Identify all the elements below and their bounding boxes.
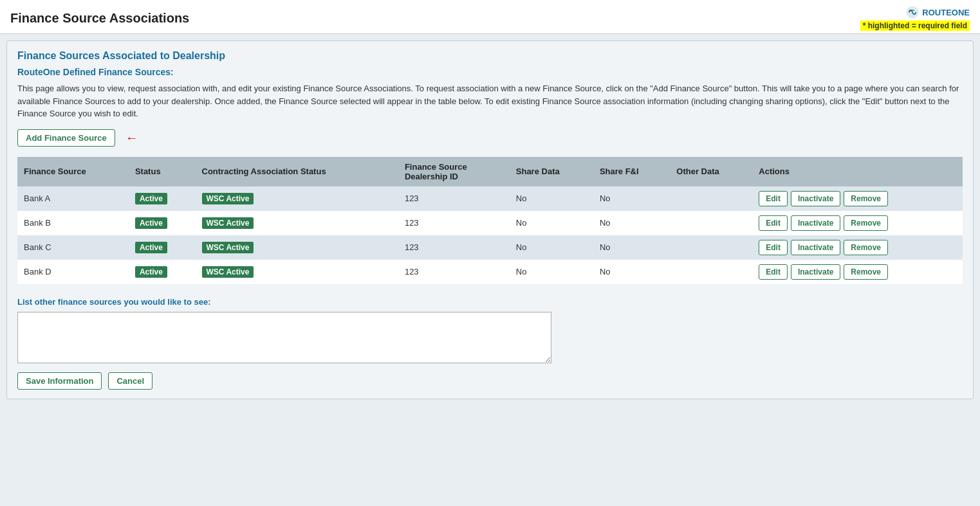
col-dealership-id: Finance SourceDealership ID bbox=[398, 157, 510, 186]
edit-button-row-2[interactable]: Edit bbox=[759, 240, 788, 255]
remove-button-row-2[interactable]: Remove bbox=[844, 240, 888, 255]
table-row: Bank B Active WSC Active 123 No No Edit … bbox=[17, 211, 963, 235]
cell-finance-source: Bank B bbox=[17, 211, 129, 235]
wsc-badge: WSC Active bbox=[202, 266, 254, 278]
cell-other-data bbox=[670, 260, 752, 284]
cell-share-data: No bbox=[510, 211, 593, 235]
cell-actions: Edit Inactivate Remove bbox=[752, 186, 963, 211]
col-share-data: Share Data bbox=[510, 157, 593, 186]
col-other-data: Other Data bbox=[670, 157, 752, 186]
remove-button-row-0[interactable]: Remove bbox=[844, 191, 888, 206]
cell-status: Active bbox=[129, 235, 196, 260]
edit-button-row-1[interactable]: Edit bbox=[759, 215, 788, 231]
cell-share-data: No bbox=[510, 260, 593, 284]
cell-status: Active bbox=[129, 186, 196, 211]
inactivate-button-row-1[interactable]: Inactivate bbox=[791, 215, 840, 231]
edit-button-row-3[interactable]: Edit bbox=[759, 264, 788, 280]
save-information-button[interactable]: Save Information bbox=[17, 372, 102, 390]
cell-other-data bbox=[670, 186, 752, 211]
cell-actions: Edit Inactivate Remove bbox=[752, 235, 963, 260]
cell-dealership-id: 123 bbox=[398, 186, 510, 211]
required-field-note: * highlighted = required field bbox=[860, 21, 970, 31]
table-row: Bank D Active WSC Active 123 No No Edit … bbox=[17, 260, 963, 284]
header-right: ROUTEONE * highlighted = required field bbox=[860, 5, 970, 31]
col-contracting-status: Contracting Association Status bbox=[196, 157, 398, 186]
description-text: This page allows you to view, request as… bbox=[17, 82, 963, 120]
status-badge: Active bbox=[135, 193, 167, 204]
cell-other-data bbox=[670, 211, 752, 235]
cell-finance-source: Bank A bbox=[17, 186, 129, 211]
cell-contracting-status: WSC Active bbox=[196, 260, 398, 284]
other-sources-label: List other finance sources you would lik… bbox=[17, 297, 963, 307]
cell-other-data bbox=[670, 235, 752, 260]
cell-share-fi: No bbox=[593, 260, 670, 284]
main-content: Finance Sources Associated to Dealership… bbox=[6, 41, 974, 399]
cancel-button[interactable]: Cancel bbox=[108, 372, 153, 390]
edit-button-row-0[interactable]: Edit bbox=[759, 191, 788, 206]
col-finance-source: Finance Source bbox=[17, 157, 129, 186]
status-badge: Active bbox=[135, 242, 167, 253]
cell-share-fi: No bbox=[593, 186, 670, 211]
cell-status: Active bbox=[129, 260, 196, 284]
cell-contracting-status: WSC Active bbox=[196, 235, 398, 260]
col-actions: Actions bbox=[752, 157, 963, 186]
status-badge: Active bbox=[135, 217, 167, 229]
cell-dealership-id: 123 bbox=[398, 211, 510, 235]
table-body: Bank A Active WSC Active 123 No No Edit … bbox=[17, 186, 963, 284]
cell-dealership-id: 123 bbox=[398, 260, 510, 284]
inactivate-button-row-2[interactable]: Inactivate bbox=[791, 240, 840, 255]
cell-share-fi: No bbox=[593, 211, 670, 235]
cell-dealership-id: 123 bbox=[398, 235, 510, 260]
arrow-icon: ← bbox=[125, 131, 138, 145]
other-sources-textarea[interactable] bbox=[17, 312, 551, 363]
section-title: Finance Sources Associated to Dealership bbox=[17, 50, 963, 62]
page-title: Finance Source Associations bbox=[10, 11, 189, 26]
wsc-badge: WSC Active bbox=[202, 242, 254, 253]
logo-text: ROUTEONE bbox=[922, 8, 970, 17]
routeone-logo-icon bbox=[905, 5, 920, 19]
cell-contracting-status: WSC Active bbox=[196, 211, 398, 235]
logo-area: ROUTEONE bbox=[905, 5, 970, 19]
inactivate-button-row-0[interactable]: Inactivate bbox=[791, 191, 840, 206]
footer-buttons: Save Information Cancel bbox=[17, 372, 963, 390]
cell-actions: Edit Inactivate Remove bbox=[752, 260, 963, 284]
remove-button-row-3[interactable]: Remove bbox=[844, 264, 888, 280]
inactivate-button-row-3[interactable]: Inactivate bbox=[791, 264, 840, 280]
cell-share-data: No bbox=[510, 186, 593, 211]
table-row: Bank C Active WSC Active 123 No No Edit … bbox=[17, 235, 963, 260]
wsc-badge: WSC Active bbox=[202, 217, 254, 229]
cell-finance-source: Bank D bbox=[17, 260, 129, 284]
page-header: Finance Source Associations ROUTEONE * h… bbox=[0, 0, 980, 34]
cell-share-data: No bbox=[510, 235, 593, 260]
add-finance-source-button[interactable]: Add Finance Source bbox=[17, 129, 115, 147]
table-row: Bank A Active WSC Active 123 No No Edit … bbox=[17, 186, 963, 211]
wsc-badge: WSC Active bbox=[202, 193, 254, 204]
cell-contracting-status: WSC Active bbox=[196, 186, 398, 211]
remove-button-row-1[interactable]: Remove bbox=[844, 215, 888, 231]
col-share-fi: Share F&I bbox=[593, 157, 670, 186]
subsection-title: RouteOne Defined Finance Sources: bbox=[17, 67, 963, 77]
cell-status: Active bbox=[129, 211, 196, 235]
table-header: Finance Source Status Contracting Associ… bbox=[17, 157, 963, 186]
status-badge: Active bbox=[135, 266, 167, 278]
cell-actions: Edit Inactivate Remove bbox=[752, 211, 963, 235]
col-status: Status bbox=[129, 157, 196, 186]
cell-share-fi: No bbox=[593, 235, 670, 260]
finance-sources-table: Finance Source Status Contracting Associ… bbox=[17, 157, 963, 284]
cell-finance-source: Bank C bbox=[17, 235, 129, 260]
add-button-row: Add Finance Source ← bbox=[17, 129, 963, 147]
